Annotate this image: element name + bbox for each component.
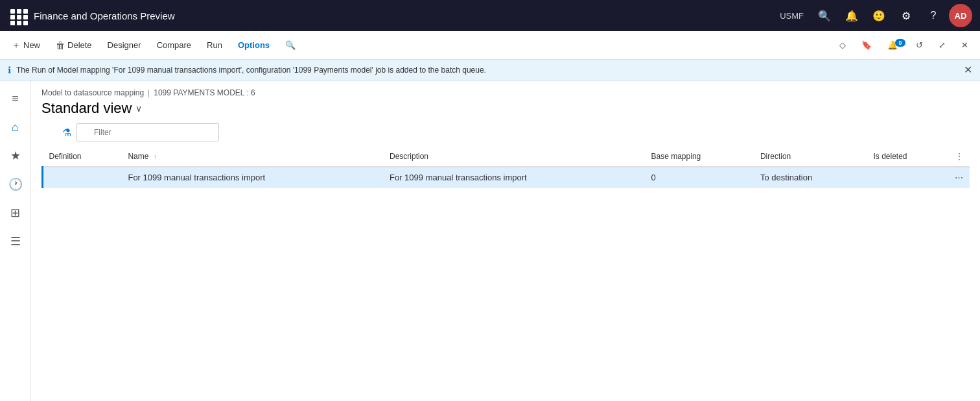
company-label: USMF [780, 11, 804, 21]
page-title-text: Standard view [41, 100, 132, 117]
run-button[interactable]: Run [200, 38, 229, 53]
cell-is-deleted [867, 167, 948, 188]
content-area: Model to datasource mapping | 1099 PAYME… [31, 80, 980, 401]
help-button[interactable]: ? [922, 4, 945, 27]
smiley-button[interactable]: 🙂 [867, 4, 891, 27]
close-button[interactable]: ✕ [955, 38, 975, 53]
sort-icon: ↑ [154, 153, 157, 160]
col-description[interactable]: Description [383, 147, 645, 167]
content-header: Model to datasource mapping | 1099 PAYME… [31, 80, 980, 123]
delete-button[interactable]: 🗑 Delete [49, 38, 99, 53]
notifications-button[interactable]: 🔔0 [881, 38, 907, 53]
notification-message: The Run of Model mapping 'For 1099 manua… [16, 66, 486, 75]
app-grid-button[interactable] [8, 6, 26, 25]
cell-base-mapping: 0 [645, 167, 754, 188]
cell-name: For 1099 manual transactions import [121, 167, 383, 188]
compare-button[interactable]: Compare [150, 38, 198, 53]
col-is-deleted[interactable]: Is deleted [867, 147, 948, 167]
breadcrumb: Model to datasource mapping | 1099 PAYME… [41, 88, 970, 97]
breadcrumb-separator: | [148, 88, 150, 97]
bell-button[interactable]: 🔔 [840, 4, 863, 27]
app-title: Finance and Operations Preview [34, 10, 780, 21]
cell-description: For 1099 manual transactions import [383, 167, 645, 188]
filter-icon[interactable]: ⚗ [62, 127, 71, 139]
info-icon: ℹ [8, 65, 11, 75]
diamond-button[interactable]: ◇ [833, 38, 852, 53]
settings-button[interactable]: ⚙ [894, 4, 918, 27]
open-button[interactable]: ⤢ [932, 38, 952, 53]
delete-icon: 🗑 [56, 40, 65, 51]
filter-input-wrap: 🔍 [76, 123, 219, 141]
home-button[interactable]: ⌂ [3, 114, 29, 140]
header-right: USMF 🔍 🔔 🙂 ⚙ ? AD [780, 4, 972, 27]
col-more[interactable]: ⋮ [948, 147, 970, 167]
view-chevron-icon[interactable]: ∨ [135, 103, 142, 114]
col-base-mapping[interactable]: Base mapping [645, 147, 754, 167]
cell-definition [43, 167, 122, 188]
new-button[interactable]: ＋ New [5, 37, 47, 54]
breadcrumb-part1: Model to datasource mapping [41, 88, 144, 97]
refresh-button[interactable]: ↺ [909, 38, 929, 53]
designer-button[interactable]: Designer [101, 38, 148, 53]
action-bar-right: ◇ 🔖 🔔0 ↺ ⤢ ✕ [833, 38, 975, 53]
recent-button[interactable]: 🕐 [3, 171, 29, 197]
modules-button[interactable]: ☰ [3, 228, 29, 254]
bookmark-button[interactable]: 🔖 [855, 38, 878, 53]
page-title: Standard view ∨ [41, 100, 970, 117]
notification-banner: ℹ The Run of Model mapping 'For 1099 man… [0, 60, 980, 80]
action-bar: ＋ New 🗑 Delete Designer Compare Run Opti… [0, 31, 980, 60]
action-search-button[interactable]: 🔍 [279, 38, 302, 53]
table-row[interactable]: For 1099 manual transactions import For … [43, 167, 970, 188]
col-name[interactable]: Name ↑ [121, 147, 383, 167]
left-nav: ≡ ⌂ ★ 🕐 ⊞ ☰ [0, 80, 31, 401]
new-icon: ＋ [12, 40, 21, 51]
favorites-button[interactable]: ★ [3, 143, 29, 169]
workspaces-button[interactable]: ⊞ [3, 200, 29, 226]
filter-input[interactable] [76, 123, 219, 141]
search-button[interactable]: 🔍 [813, 4, 836, 27]
data-table: Definition Name ↑ Description Base mappi… [41, 147, 970, 188]
cell-direction: To destination [754, 167, 867, 188]
col-definition[interactable]: Definition [43, 147, 122, 167]
top-header: Finance and Operations Preview USMF 🔍 🔔 … [0, 0, 980, 31]
col-direction[interactable]: Direction [754, 147, 867, 167]
hamburger-menu-button[interactable]: ≡ [3, 86, 29, 112]
notifications-badge: 0 [895, 39, 905, 47]
row-more-button[interactable]: ⋯ [948, 167, 970, 188]
table-header-row: Definition Name ↑ Description Base mappi… [43, 147, 970, 167]
main-layout: ≡ ⌂ ★ 🕐 ⊞ ☰ Model to datasource mapping … [0, 80, 980, 401]
avatar[interactable]: AD [949, 4, 972, 27]
notification-close-button[interactable]: ✕ [964, 64, 972, 76]
options-button[interactable]: Options [231, 38, 276, 53]
breadcrumb-part2: 1099 PAYMENTS MODEL : 6 [154, 88, 255, 97]
table-area: Definition Name ↑ Description Base mappi… [31, 147, 980, 401]
